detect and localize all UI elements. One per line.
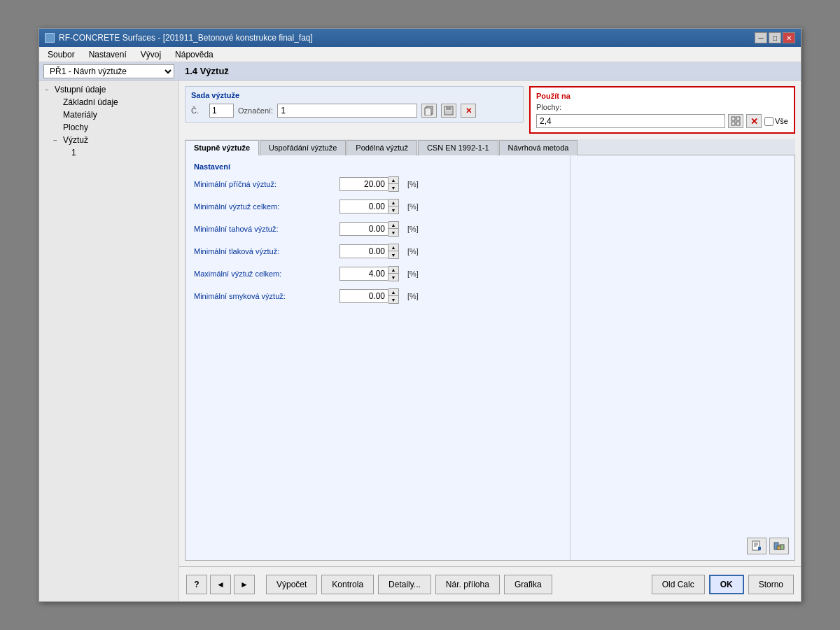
spin-up-2[interactable]: ▲ <box>388 200 398 206</box>
sada-title: Sada výztuže <box>191 91 517 99</box>
save-button[interactable] <box>441 104 456 118</box>
storno-button[interactable]: Storno <box>748 575 794 594</box>
detaily-button[interactable]: Detaily... <box>378 575 431 594</box>
expand-icon: − <box>53 136 60 144</box>
oznaceni-label: Označení: <box>238 106 273 115</box>
tree-item-materialy[interactable]: Materiály <box>42 108 176 121</box>
back-button[interactable]: ◄ <box>210 575 231 594</box>
vypocet-button[interactable]: Výpočet <box>266 575 317 594</box>
tab-bar: Stupně výztuže Uspořádání výztuže Podéln… <box>185 139 795 155</box>
setting-label-6: Minimální smyková výztuž: <box>194 292 334 300</box>
minimize-button[interactable]: ─ <box>755 32 767 43</box>
forward-button[interactable]: ► <box>234 575 255 594</box>
project-dropdown[interactable]: PŘ1 - Návrh výztuže <box>43 64 174 78</box>
top-row: Sada výztuže Č. Označení: <box>185 86 795 134</box>
spin-btns-5: ▲ ▼ <box>388 266 399 281</box>
unit-label-6: [%] <box>407 292 419 300</box>
spin-down-1[interactable]: ▼ <box>388 184 398 191</box>
plochy-input[interactable] <box>536 114 725 128</box>
setting-input-2[interactable] <box>340 200 388 214</box>
vse-checkbox-label[interactable]: Vše <box>764 117 788 126</box>
setting-row-3: Minimální tahová výztuž: ▲ ▼ [%] <box>194 221 561 237</box>
tab-podelna-vyztu[interactable]: Podélná výztuž <box>346 140 417 155</box>
kontrola-button[interactable]: Kontrola <box>321 575 374 594</box>
tab-navrhova-metoda[interactable]: Návrhová metoda <box>499 140 578 155</box>
tree-item-1[interactable]: 1 <box>42 146 176 159</box>
tab-usporadani-vyztuze[interactable]: Uspořádání výztuže <box>260 140 346 155</box>
setting-input-5[interactable] <box>340 267 388 281</box>
main-area: PŘ1 - Návrh výztuže − Vstupní údaje Zákl… <box>39 62 801 601</box>
unit-label-5: [%] <box>407 270 419 278</box>
tab-left-panel: Nastavení Minimální příčná výztuž: ▲ ▼ <box>186 155 570 560</box>
unit-label-2: [%] <box>407 202 419 211</box>
bottom-left-buttons: ? ◄ ► <box>186 575 255 594</box>
tree-item-zakladni-udaje[interactable]: Základní údaje <box>42 96 176 108</box>
content-area: Sada výztuže Č. Označení: <box>179 80 801 566</box>
svg-rect-8 <box>736 122 740 125</box>
select-plochy-button[interactable] <box>728 114 743 128</box>
spin-up-1[interactable]: ▲ <box>388 177 398 184</box>
spin-btns-2: ▲ ▼ <box>388 199 399 214</box>
oznaceni-input[interactable] <box>277 104 417 118</box>
tree-item-plochy[interactable]: Plochy <box>42 121 176 134</box>
ok-button[interactable]: OK <box>709 575 744 594</box>
svg-rect-3 <box>446 106 451 110</box>
delete-button[interactable]: ✕ <box>461 104 476 118</box>
pouzit-section: Použít na Plochy: <box>529 86 795 134</box>
spin-down-2[interactable]: ▼ <box>388 206 398 214</box>
vse-text: Vše <box>775 117 788 125</box>
tree-label: Základní údaje <box>63 97 118 107</box>
section-header: 1.4 Výztuž <box>179 62 801 80</box>
unit-label-4: [%] <box>407 247 419 255</box>
clear-plochy-button[interactable]: ✕ <box>746 114 762 128</box>
menu-vyvoj[interactable]: Vývoj <box>135 48 167 61</box>
bottom-bar: ? ◄ ► Výpočet Kontrola Detaily... Nár. p… <box>179 566 801 601</box>
spin-down-6[interactable]: ▼ <box>388 296 398 303</box>
setting-input-1[interactable] <box>340 177 388 191</box>
spin-up-4[interactable]: ▲ <box>388 244 398 251</box>
tree-item-vyztu[interactable]: − Výztuž <box>42 134 176 146</box>
spin-container-3: ▲ ▼ <box>340 221 399 237</box>
grafika-button[interactable]: Grafika <box>504 575 552 594</box>
menu-soubor[interactable]: Soubor <box>42 48 80 61</box>
spin-up-3[interactable]: ▲ <box>388 222 398 229</box>
setting-label-1: Minimální příčná výztuž: <box>194 180 334 188</box>
close-button[interactable]: ✕ <box>783 32 795 43</box>
detail-btn-1[interactable] <box>747 538 766 554</box>
spin-btns-1: ▲ ▼ <box>388 176 399 192</box>
spin-down-4[interactable]: ▼ <box>388 251 398 258</box>
spin-up-6[interactable]: ▲ <box>388 289 398 296</box>
menu-napoveda[interactable]: Nápověda <box>169 48 219 61</box>
spin-up-5[interactable]: ▲ <box>388 267 398 274</box>
pouzit-row: Plochy: <box>536 103 788 111</box>
copy-button[interactable] <box>421 104 437 118</box>
tree-label: Výztuž <box>63 135 88 145</box>
menu-bar: Soubor Nastavení Vývoj Nápověda <box>39 47 801 62</box>
tab-stupne-vyztuze[interactable]: Stupně výztuže <box>185 140 259 155</box>
nar-priloha-button[interactable]: Nár. příloha <box>435 575 500 594</box>
tabs-section: Stupně výztuže Uspořádání výztuže Podéln… <box>185 139 795 561</box>
help-button[interactable]: ? <box>186 575 207 594</box>
spin-container-2: ▲ ▼ <box>340 199 399 214</box>
detail-btn-2[interactable] <box>769 538 789 554</box>
setting-label-5: Maximální výztuž celkem: <box>194 270 334 278</box>
vse-checkbox[interactable] <box>764 117 774 126</box>
svg-rect-4 <box>445 111 452 114</box>
tree-label: Materiály <box>63 110 97 120</box>
left-panel-header: PŘ1 - Návrh výztuže <box>39 62 178 80</box>
spin-down-3[interactable]: ▼ <box>388 229 398 236</box>
old-calc-button[interactable]: Old Calc <box>652 575 705 594</box>
c-input[interactable] <box>209 104 234 118</box>
maximize-button[interactable]: □ <box>769 32 781 43</box>
menu-nastaveni[interactable]: Nastavení <box>83 48 132 61</box>
spin-btns-4: ▲ ▼ <box>388 244 399 259</box>
setting-input-6[interactable] <box>340 289 388 303</box>
tree-item-vstupni-udaje[interactable]: − Vstupní údaje <box>42 83 176 96</box>
tab-csn-en[interactable]: CSN EN 1992-1-1 <box>418 140 498 155</box>
setting-input-3[interactable] <box>340 222 388 236</box>
nastaveni-title: Nastavení <box>194 162 561 171</box>
setting-input-4[interactable] <box>340 244 388 258</box>
spin-down-5[interactable]: ▼ <box>388 274 398 281</box>
sada-section: Sada výztuže Č. Označení: <box>185 86 524 122</box>
tab-right-panel <box>570 155 794 560</box>
